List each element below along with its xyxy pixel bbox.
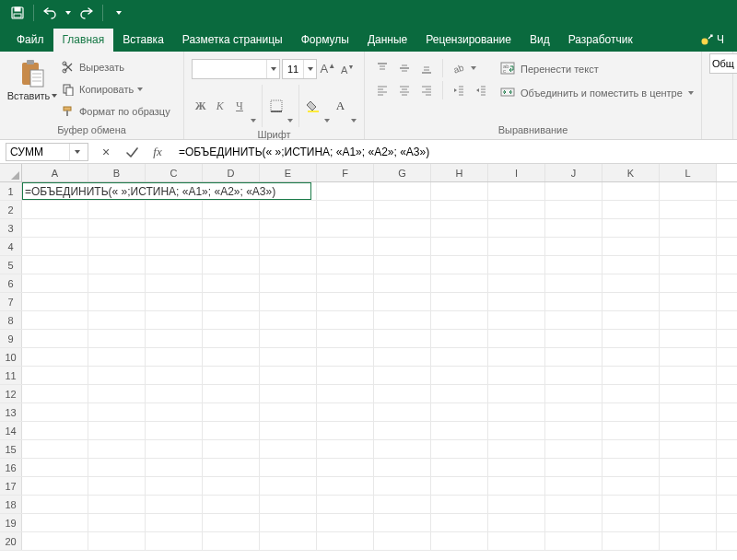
cell-B7[interactable] — [88, 293, 146, 310]
cell-G18[interactable] — [374, 496, 431, 513]
cell-C10[interactable] — [146, 348, 203, 366]
cell-L4[interactable] — [660, 238, 717, 255]
row-header-7[interactable]: 7 — [0, 293, 22, 310]
cell-B18[interactable] — [88, 496, 146, 513]
cell-B14[interactable] — [88, 422, 146, 439]
column-header-C[interactable]: C — [146, 164, 203, 181]
cell-F9[interactable] — [317, 330, 374, 347]
cell-D2[interactable] — [203, 201, 260, 218]
cell-K6[interactable] — [602, 274, 660, 292]
italic-button[interactable]: К — [211, 96, 228, 116]
cell-A17[interactable] — [22, 477, 88, 495]
row-header-9[interactable]: 9 — [0, 330, 22, 347]
tell-me-help[interactable]: Ч — [691, 29, 733, 52]
cell-B9[interactable] — [88, 330, 146, 347]
cell-E4[interactable] — [260, 238, 317, 255]
cell-L5[interactable] — [660, 256, 717, 274]
cell-C14[interactable] — [146, 422, 203, 439]
cell-L13[interactable] — [660, 403, 717, 421]
cell-F2[interactable] — [317, 201, 374, 218]
cell-G10[interactable] — [374, 348, 431, 366]
cell-K13[interactable] — [602, 403, 660, 421]
cell-L14[interactable] — [660, 422, 717, 439]
align-center-button[interactable] — [394, 81, 415, 99]
column-header-L[interactable]: L — [660, 164, 717, 181]
row-header-5[interactable]: 5 — [0, 256, 22, 274]
cell-D5[interactable] — [203, 256, 260, 274]
cell-D18[interactable] — [203, 496, 260, 513]
cell-E13[interactable] — [260, 403, 317, 421]
cell-H15[interactable] — [431, 440, 488, 458]
redo-icon[interactable] — [75, 3, 99, 23]
cell-L8[interactable] — [660, 311, 717, 329]
cell-B13[interactable] — [88, 403, 146, 421]
column-header-J[interactable]: J — [545, 164, 602, 181]
column-header-E[interactable]: E — [260, 164, 317, 181]
row-header-20[interactable]: 20 — [0, 532, 22, 550]
cell-F15[interactable] — [317, 440, 374, 458]
cell-F19[interactable] — [317, 514, 374, 531]
cell-B8[interactable] — [88, 311, 146, 329]
column-header-F[interactable]: F — [317, 164, 374, 181]
cell-D11[interactable] — [203, 367, 260, 384]
cell-A16[interactable] — [22, 459, 88, 476]
cell-K9[interactable] — [602, 330, 660, 347]
cell-D17[interactable] — [203, 477, 260, 495]
cell-H16[interactable] — [431, 459, 488, 476]
copy-button[interactable]: Копировать — [61, 79, 170, 99]
tab-formulas[interactable]: Формулы — [292, 29, 358, 52]
cell-E18[interactable] — [260, 496, 317, 513]
cell-J17[interactable] — [545, 477, 602, 495]
cell-E10[interactable] — [260, 348, 317, 366]
cell-D3[interactable] — [203, 219, 260, 237]
font-color-button[interactable]: A — [332, 96, 349, 116]
cell-H11[interactable] — [431, 367, 488, 384]
cell-L12[interactable] — [660, 385, 717, 402]
cut-button[interactable]: Вырезать — [61, 57, 170, 77]
cell-G2[interactable] — [374, 201, 431, 218]
cell-I6[interactable] — [488, 274, 545, 292]
cell-J8[interactable] — [545, 311, 602, 329]
cell-J15[interactable] — [545, 440, 602, 458]
cell-C5[interactable] — [146, 256, 203, 274]
cell-E16[interactable] — [260, 459, 317, 476]
cell-J16[interactable] — [545, 459, 602, 476]
cell-F4[interactable] — [317, 238, 374, 255]
cell-K14[interactable] — [602, 422, 660, 439]
cell-L7[interactable] — [660, 293, 717, 310]
cell-H14[interactable] — [431, 422, 488, 439]
select-all-corner[interactable] — [0, 164, 22, 181]
cell-C16[interactable] — [146, 459, 203, 476]
cell-C13[interactable] — [146, 403, 203, 421]
cell-I5[interactable] — [488, 256, 545, 274]
cell-G15[interactable] — [374, 440, 431, 458]
cell-D15[interactable] — [203, 440, 260, 458]
cell-H3[interactable] — [431, 219, 488, 237]
cell-F17[interactable] — [317, 477, 374, 495]
cell-L3[interactable] — [660, 219, 717, 237]
cell-H4[interactable] — [431, 238, 488, 255]
cell-C18[interactable] — [146, 496, 203, 513]
number-format-combo[interactable] — [709, 53, 737, 74]
font-name-combo[interactable] — [192, 59, 280, 79]
cell-D14[interactable] — [203, 422, 260, 439]
cell-K15[interactable] — [602, 440, 660, 458]
row-header-4[interactable]: 4 — [0, 238, 22, 255]
cell-K10[interactable] — [602, 348, 660, 366]
column-header-G[interactable]: G — [374, 164, 431, 181]
align-middle-button[interactable] — [394, 59, 415, 77]
cell-L17[interactable] — [660, 477, 717, 495]
cell-K11[interactable] — [602, 367, 660, 384]
cell-G20[interactable] — [374, 532, 431, 550]
cell-A19[interactable] — [22, 514, 88, 531]
cell-J3[interactable] — [545, 219, 602, 237]
cell-H9[interactable] — [431, 330, 488, 347]
row-header-11[interactable]: 11 — [0, 367, 22, 384]
cell-C4[interactable] — [146, 238, 203, 255]
cell-K5[interactable] — [602, 256, 660, 274]
cell-B20[interactable] — [88, 532, 146, 550]
cell-G17[interactable] — [374, 477, 431, 495]
align-bottom-button[interactable] — [416, 59, 437, 77]
cell-A9[interactable] — [22, 330, 88, 347]
cell-F8[interactable] — [317, 311, 374, 329]
